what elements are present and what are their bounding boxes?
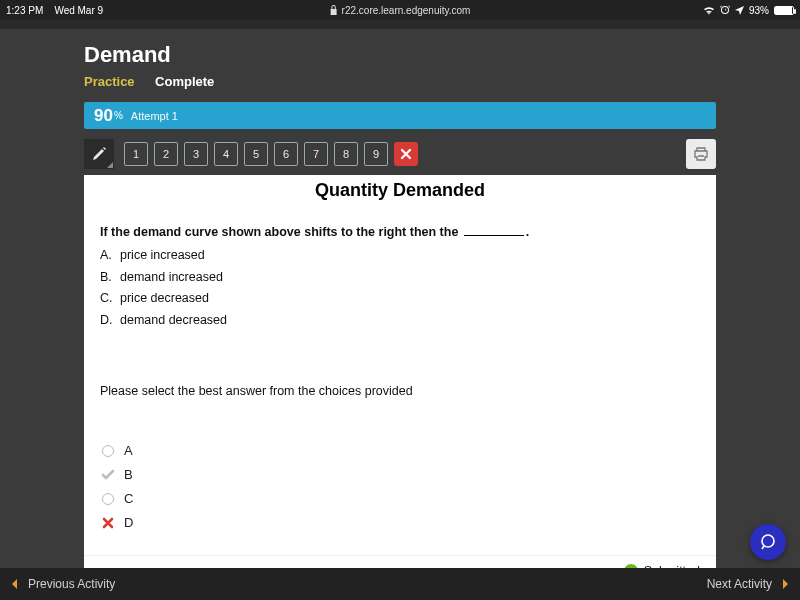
pencil-tool[interactable] bbox=[84, 139, 114, 169]
print-button[interactable] bbox=[686, 139, 716, 169]
check-icon bbox=[101, 468, 115, 482]
clock-time: 1:23 PM bbox=[6, 5, 43, 16]
answer-choice-a[interactable]: A bbox=[100, 439, 700, 463]
score-suffix: % bbox=[114, 110, 123, 121]
answer-choice-b[interactable]: B bbox=[100, 463, 700, 487]
section-heading: Quantity Demanded bbox=[84, 175, 716, 223]
question-nav-3[interactable]: 3 bbox=[184, 142, 208, 166]
location-icon bbox=[735, 6, 744, 15]
lock-icon bbox=[330, 5, 338, 15]
answer-label: C bbox=[124, 491, 133, 506]
attempt-label: Attempt 1 bbox=[131, 110, 178, 122]
printer-icon bbox=[693, 147, 709, 161]
score-bar: 90% Attempt 1 bbox=[84, 102, 716, 129]
score-percent: 90 bbox=[94, 106, 113, 126]
battery-percent: 93% bbox=[749, 5, 769, 16]
answer-choice-d[interactable]: D bbox=[100, 511, 700, 535]
close-button[interactable] bbox=[394, 142, 418, 166]
chat-icon bbox=[759, 533, 777, 551]
wifi-icon bbox=[703, 6, 715, 15]
option-a: A.price increased bbox=[100, 246, 700, 265]
svg-point-0 bbox=[762, 535, 774, 547]
next-activity-button[interactable]: Next Activity bbox=[707, 577, 792, 591]
blank-fill bbox=[464, 235, 524, 236]
help-chat-button[interactable] bbox=[750, 524, 786, 560]
answer-label: B bbox=[124, 467, 133, 482]
question-stem: If the demand curve shown above shifts t… bbox=[100, 223, 700, 242]
page-title: Demand bbox=[84, 42, 716, 68]
option-c: C.price decreased bbox=[100, 289, 700, 308]
content-panel: Quantity Demanded If the demand curve sh… bbox=[84, 175, 716, 590]
question-nav-5[interactable]: 5 bbox=[244, 142, 268, 166]
question-nav-1[interactable]: 1 bbox=[124, 142, 148, 166]
alarm-icon bbox=[720, 5, 730, 15]
previous-label: Previous Activity bbox=[28, 577, 115, 591]
status-bar: 1:23 PM Wed Mar 9 r22.core.learn.edgenui… bbox=[0, 0, 800, 20]
chevron-left-icon bbox=[11, 579, 19, 589]
previous-activity-button[interactable]: Previous Activity bbox=[8, 577, 115, 591]
answer-label: A bbox=[124, 443, 133, 458]
question-nav-8[interactable]: 8 bbox=[334, 142, 358, 166]
tab-practice[interactable]: Practice bbox=[84, 74, 135, 89]
question-nav-4[interactable]: 4 bbox=[214, 142, 238, 166]
radio-icon bbox=[102, 493, 114, 505]
url-domain: r22.core.learn.edgenuity.com bbox=[342, 5, 471, 16]
tab-complete[interactable]: Complete bbox=[155, 74, 214, 89]
option-d: D.demand decreased bbox=[100, 311, 700, 330]
x-mark-icon bbox=[102, 517, 114, 529]
answer-label: D bbox=[124, 515, 133, 530]
bottom-nav: Previous Activity Next Activity bbox=[0, 568, 800, 600]
close-icon bbox=[400, 148, 412, 160]
option-b: B.demand increased bbox=[100, 268, 700, 287]
instruction-text: Please select the best answer from the c… bbox=[100, 382, 700, 401]
battery-icon bbox=[774, 6, 794, 15]
next-label: Next Activity bbox=[707, 577, 772, 591]
question-nav-7[interactable]: 7 bbox=[304, 142, 328, 166]
clock-date: Wed Mar 9 bbox=[54, 5, 103, 16]
question-nav-6[interactable]: 6 bbox=[274, 142, 298, 166]
chevron-right-icon bbox=[781, 579, 789, 589]
radio-icon bbox=[102, 445, 114, 457]
question-toolbar: 1 2 3 4 5 6 7 8 9 bbox=[84, 134, 716, 175]
answer-choice-c[interactable]: C bbox=[100, 487, 700, 511]
question-nav-9[interactable]: 9 bbox=[364, 142, 388, 166]
question-nav-2[interactable]: 2 bbox=[154, 142, 178, 166]
pencil-icon bbox=[91, 146, 107, 162]
